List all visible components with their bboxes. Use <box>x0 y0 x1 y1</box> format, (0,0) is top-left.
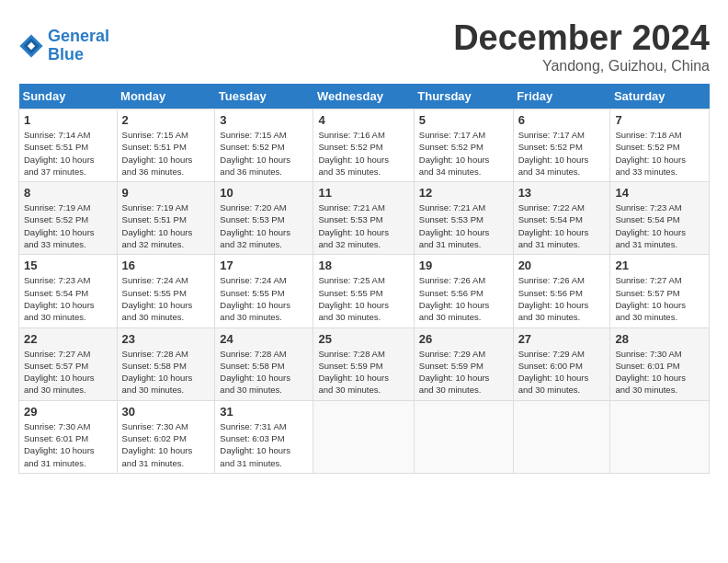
day-info: Sunrise: 7:31 AMSunset: 6:03 PMDaylight:… <box>220 420 308 469</box>
day-of-week-header: Sunday <box>19 84 118 109</box>
day-number: 14 <box>615 186 704 200</box>
calendar-day-cell: 4Sunrise: 7:16 AMSunset: 5:52 PMDaylight… <box>313 109 414 182</box>
day-info: Sunrise: 7:14 AMSunset: 5:51 PMDaylight:… <box>24 129 112 178</box>
calendar-day-cell <box>610 400 710 473</box>
day-number: 18 <box>318 259 408 272</box>
logo: General Blue <box>18 28 109 64</box>
calendar-week-row: 15Sunrise: 7:23 AMSunset: 5:54 PMDayligh… <box>19 255 710 327</box>
day-of-week-header: Thursday <box>414 84 513 109</box>
calendar-week-row: 29Sunrise: 7:30 AMSunset: 6:01 PMDayligh… <box>19 400 710 473</box>
calendar-day-cell: 11Sunrise: 7:21 AMSunset: 5:53 PMDayligh… <box>313 182 414 255</box>
calendar-day-cell <box>414 400 513 473</box>
day-info: Sunrise: 7:21 AMSunset: 5:53 PMDaylight:… <box>419 201 508 250</box>
day-info: Sunrise: 7:30 AMSunset: 6:02 PMDaylight:… <box>122 420 210 469</box>
calendar-day-cell: 13Sunrise: 7:22 AMSunset: 5:54 PMDayligh… <box>513 182 610 255</box>
day-number: 24 <box>220 332 308 346</box>
calendar-day-cell: 31Sunrise: 7:31 AMSunset: 6:03 PMDayligh… <box>215 400 313 473</box>
calendar-day-cell: 5Sunrise: 7:17 AMSunset: 5:52 PMDaylight… <box>414 109 513 182</box>
day-number: 17 <box>220 259 308 272</box>
calendar-day-cell: 28Sunrise: 7:30 AMSunset: 6:01 PMDayligh… <box>610 327 710 400</box>
day-number: 31 <box>220 405 308 419</box>
day-info: Sunrise: 7:23 AMSunset: 5:54 PMDaylight:… <box>24 274 112 323</box>
calendar-day-cell: 12Sunrise: 7:21 AMSunset: 5:53 PMDayligh… <box>414 182 513 255</box>
day-number: 9 <box>122 186 210 200</box>
day-info: Sunrise: 7:19 AMSunset: 5:51 PMDaylight:… <box>122 201 210 250</box>
day-info: Sunrise: 7:28 AMSunset: 5:58 PMDaylight:… <box>122 348 210 396</box>
day-info: Sunrise: 7:28 AMSunset: 5:59 PMDaylight:… <box>318 348 408 396</box>
calendar-header-row: SundayMondayTuesdayWednesdayThursdayFrid… <box>19 84 710 109</box>
calendar-day-cell: 20Sunrise: 7:26 AMSunset: 5:56 PMDayligh… <box>513 255 610 327</box>
day-info: Sunrise: 7:23 AMSunset: 5:54 PMDaylight:… <box>615 201 704 250</box>
day-info: Sunrise: 7:22 AMSunset: 5:54 PMDaylight:… <box>518 201 606 250</box>
day-number: 4 <box>318 113 408 127</box>
day-info: Sunrise: 7:21 AMSunset: 5:53 PMDaylight:… <box>318 201 408 250</box>
day-number: 8 <box>24 186 112 200</box>
calendar-day-cell: 14Sunrise: 7:23 AMSunset: 5:54 PMDayligh… <box>610 182 710 255</box>
page-header: General Blue December 2024 Yandong, Guiz… <box>18 18 710 75</box>
logo-icon <box>18 33 44 59</box>
calendar-day-cell <box>313 400 414 473</box>
day-info: Sunrise: 7:17 AMSunset: 5:52 PMDaylight:… <box>419 129 508 178</box>
day-info: Sunrise: 7:27 AMSunset: 5:57 PMDaylight:… <box>24 348 112 396</box>
day-number: 5 <box>419 113 508 127</box>
calendar-day-cell: 26Sunrise: 7:29 AMSunset: 5:59 PMDayligh… <box>414 327 513 400</box>
day-number: 23 <box>122 332 210 346</box>
day-info: Sunrise: 7:20 AMSunset: 5:53 PMDaylight:… <box>220 201 308 250</box>
day-info: Sunrise: 7:16 AMSunset: 5:52 PMDaylight:… <box>318 129 408 178</box>
calendar-day-cell: 17Sunrise: 7:24 AMSunset: 5:55 PMDayligh… <box>215 255 313 327</box>
calendar-day-cell: 9Sunrise: 7:19 AMSunset: 5:51 PMDaylight… <box>117 182 215 255</box>
calendar-day-cell: 1Sunrise: 7:14 AMSunset: 5:51 PMDaylight… <box>19 109 118 182</box>
day-info: Sunrise: 7:24 AMSunset: 5:55 PMDaylight:… <box>122 274 210 323</box>
day-number: 22 <box>24 332 112 346</box>
day-info: Sunrise: 7:26 AMSunset: 5:56 PMDaylight:… <box>518 274 606 323</box>
day-info: Sunrise: 7:24 AMSunset: 5:55 PMDaylight:… <box>220 274 308 323</box>
day-number: 27 <box>518 332 606 346</box>
calendar-day-cell: 3Sunrise: 7:15 AMSunset: 5:52 PMDaylight… <box>215 109 313 182</box>
day-number: 11 <box>318 186 408 200</box>
calendar-day-cell: 2Sunrise: 7:15 AMSunset: 5:51 PMDaylight… <box>117 109 215 182</box>
day-number: 10 <box>220 186 308 200</box>
day-of-week-header: Monday <box>117 84 215 109</box>
calendar-subtitle: Yandong, Guizhou, China <box>453 58 710 75</box>
calendar-day-cell: 29Sunrise: 7:30 AMSunset: 6:01 PMDayligh… <box>19 400 118 473</box>
day-info: Sunrise: 7:30 AMSunset: 6:01 PMDaylight:… <box>615 348 704 396</box>
calendar-day-cell <box>513 400 610 473</box>
calendar-body: 1Sunrise: 7:14 AMSunset: 5:51 PMDaylight… <box>19 109 710 474</box>
calendar-day-cell: 19Sunrise: 7:26 AMSunset: 5:56 PMDayligh… <box>414 255 513 327</box>
day-info: Sunrise: 7:28 AMSunset: 5:58 PMDaylight:… <box>220 348 308 396</box>
logo-line1: General <box>48 27 109 45</box>
day-number: 30 <box>122 405 210 419</box>
day-number: 25 <box>318 332 408 346</box>
logo-text: General Blue <box>48 28 109 64</box>
day-info: Sunrise: 7:27 AMSunset: 5:57 PMDaylight:… <box>615 274 704 323</box>
day-number: 16 <box>122 259 210 272</box>
calendar-day-cell: 30Sunrise: 7:30 AMSunset: 6:02 PMDayligh… <box>117 400 215 473</box>
calendar-day-cell: 27Sunrise: 7:29 AMSunset: 6:00 PMDayligh… <box>513 327 610 400</box>
calendar-day-cell: 25Sunrise: 7:28 AMSunset: 5:59 PMDayligh… <box>313 327 414 400</box>
calendar-day-cell: 23Sunrise: 7:28 AMSunset: 5:58 PMDayligh… <box>117 327 215 400</box>
day-number: 6 <box>518 113 606 127</box>
day-info: Sunrise: 7:15 AMSunset: 5:51 PMDaylight:… <box>122 129 210 178</box>
calendar-day-cell: 24Sunrise: 7:28 AMSunset: 5:58 PMDayligh… <box>215 327 313 400</box>
day-number: 20 <box>518 259 606 272</box>
calendar-day-cell: 18Sunrise: 7:25 AMSunset: 5:55 PMDayligh… <box>313 255 414 327</box>
day-info: Sunrise: 7:19 AMSunset: 5:52 PMDaylight:… <box>24 201 112 250</box>
calendar-day-cell: 16Sunrise: 7:24 AMSunset: 5:55 PMDayligh… <box>117 255 215 327</box>
calendar-day-cell: 8Sunrise: 7:19 AMSunset: 5:52 PMDaylight… <box>19 182 118 255</box>
day-number: 13 <box>518 186 606 200</box>
day-info: Sunrise: 7:29 AMSunset: 5:59 PMDaylight:… <box>419 348 508 396</box>
day-info: Sunrise: 7:25 AMSunset: 5:55 PMDaylight:… <box>318 274 408 323</box>
day-info: Sunrise: 7:29 AMSunset: 6:00 PMDaylight:… <box>518 348 606 396</box>
day-number: 19 <box>419 259 508 272</box>
calendar-table: SundayMondayTuesdayWednesdayThursdayFrid… <box>18 84 710 474</box>
calendar-day-cell: 10Sunrise: 7:20 AMSunset: 5:53 PMDayligh… <box>215 182 313 255</box>
day-info: Sunrise: 7:26 AMSunset: 5:56 PMDaylight:… <box>419 274 508 323</box>
calendar-week-row: 1Sunrise: 7:14 AMSunset: 5:51 PMDaylight… <box>19 109 710 182</box>
day-info: Sunrise: 7:30 AMSunset: 6:01 PMDaylight:… <box>24 420 112 469</box>
day-info: Sunrise: 7:18 AMSunset: 5:52 PMDaylight:… <box>615 129 704 178</box>
day-number: 28 <box>615 332 704 346</box>
logo-line2: Blue <box>48 45 84 63</box>
calendar-week-row: 8Sunrise: 7:19 AMSunset: 5:52 PMDaylight… <box>19 182 710 255</box>
calendar-week-row: 22Sunrise: 7:27 AMSunset: 5:57 PMDayligh… <box>19 327 710 400</box>
calendar-day-cell: 6Sunrise: 7:17 AMSunset: 5:52 PMDaylight… <box>513 109 610 182</box>
